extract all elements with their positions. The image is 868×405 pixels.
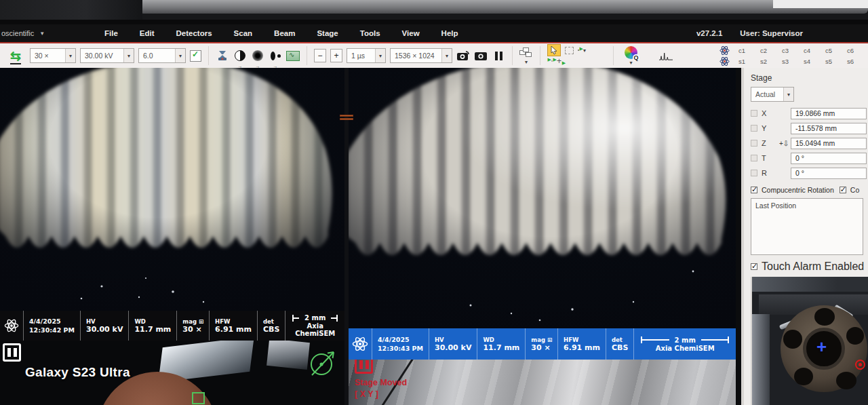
- dwell-decrease-button[interactable]: −: [314, 49, 326, 62]
- r-coordinate-field[interactable]: 0 °: [791, 168, 867, 179]
- chevron-down-icon[interactable]: [441, 49, 452, 62]
- switch-view-icon[interactable]: ⇆: [5, 50, 26, 62]
- last-position-list[interactable]: Last Position: [751, 198, 863, 255]
- chevron-down-icon[interactable]: [783, 88, 793, 101]
- co-checkbox[interactable]: [840, 187, 846, 193]
- channel-c4-tab[interactable]: c4: [797, 47, 816, 54]
- t-coordinate-field[interactable]: 0 °: [791, 153, 867, 164]
- touch-alarm-checkbox[interactable]: [751, 263, 757, 270]
- reduced-area-icon[interactable]: [565, 47, 574, 54]
- auto-contrast-brightness-icon[interactable]: [286, 49, 300, 62]
- mag-label: mag ⊞: [182, 318, 203, 326]
- x-coordinate-field[interactable]: 19.0866 mm: [791, 108, 867, 119]
- sem-thread-image-right: [349, 68, 736, 328]
- z-coordinate-field[interactable]: 15.0494 mm: [791, 138, 867, 149]
- channel-s5-tab[interactable]: s5: [819, 58, 838, 65]
- y-axis-checkbox[interactable]: [751, 125, 757, 132]
- color-wheel-icon[interactable]: [625, 46, 637, 59]
- wd-value: 11.7 mm: [134, 325, 171, 334]
- snapshot-icon[interactable]: [474, 49, 488, 62]
- point-scan-icon[interactable]: +▶: [557, 58, 561, 64]
- sem-image-quad2[interactable]: [349, 68, 736, 328]
- paused-view-quad4[interactable]: Stage Moved [ X Y ]: [349, 360, 736, 405]
- stage-axis-row-r: R 0 °: [751, 167, 868, 179]
- chevron-down-icon[interactable]: [375, 49, 385, 62]
- menu-file[interactable]: File: [95, 26, 127, 40]
- channel-s1-tab[interactable]: s1: [732, 58, 751, 65]
- chevron-down-icon[interactable]: ▾: [519, 59, 533, 65]
- spot-size-value: 6.0: [139, 52, 157, 60]
- chevron-down-icon[interactable]: [175, 49, 185, 62]
- z-down-arrow-icon[interactable]: +⇩: [779, 140, 789, 147]
- menu-view[interactable]: View: [393, 26, 429, 40]
- user-label: User: Supervisor: [740, 29, 803, 37]
- chemisem-color-control[interactable]: ▾: [625, 46, 637, 66]
- channel-c1-tab[interactable]: c1: [732, 47, 751, 54]
- channel-c3-tab[interactable]: c3: [776, 47, 795, 54]
- sem-image-quad1[interactable]: [0, 68, 344, 311]
- spectrum-icon[interactable]: [659, 49, 673, 62]
- channel-c5-tab[interactable]: c5: [819, 47, 838, 54]
- menu-edit[interactable]: Edit: [130, 26, 164, 40]
- z-axis-checkbox[interactable]: [751, 140, 757, 147]
- menu-stage[interactable]: Stage: [307, 26, 347, 40]
- r-axis-checkbox[interactable]: [751, 170, 757, 176]
- stigmator-icon[interactable]: [269, 49, 282, 62]
- menu-scan[interactable]: Scan: [224, 26, 262, 40]
- high-voltage-value: 30.00 kV: [81, 52, 117, 60]
- contrast-icon[interactable]: [233, 49, 247, 62]
- compucentric-rotation-checkbox[interactable]: [751, 187, 757, 193]
- snapshot-preview-icon[interactable]: [456, 49, 470, 62]
- sample-holder-disc: +: [781, 305, 867, 392]
- hfw-value: 6.91 mm: [564, 343, 600, 352]
- app-logo[interactable]: oscientific ▼: [0, 29, 95, 37]
- menu-detectors[interactable]: Detectors: [167, 26, 222, 40]
- dwell-increase-button[interactable]: +: [330, 49, 342, 62]
- channel-c6-tab[interactable]: c6: [841, 47, 860, 54]
- menu-tools[interactable]: Tools: [351, 26, 390, 40]
- det-value: CBS: [612, 343, 628, 352]
- wd-value: 11.7 mm: [483, 343, 519, 352]
- stage-mode-select[interactable]: Actual: [751, 87, 794, 102]
- channel-s2-tab[interactable]: s2: [754, 58, 773, 65]
- chamber-camera-quad3[interactable]: Galaxy S23 Ultra: [0, 341, 344, 405]
- channel-s3-tab[interactable]: s3: [776, 58, 795, 65]
- det-label: det: [263, 318, 279, 326]
- column-icon[interactable]: [216, 49, 229, 62]
- co-label: Co: [850, 186, 859, 194]
- pause-acquisition-button[interactable]: [492, 49, 505, 62]
- channel-s6-tab[interactable]: s6: [841, 58, 860, 65]
- chevron-down-icon[interactable]: [123, 49, 134, 62]
- channel-s4-tab[interactable]: s4: [797, 58, 816, 65]
- y-coordinate-field[interactable]: -11.5578 mm: [791, 123, 867, 134]
- menu-beam[interactable]: Beam: [264, 26, 304, 40]
- t-axis-checkbox[interactable]: [751, 155, 757, 161]
- resolution-select[interactable]: 1536 × 1024: [390, 48, 452, 63]
- hfw-label: HFW: [215, 318, 252, 326]
- databar-det: det CBS: [606, 328, 633, 360]
- magnification-select[interactable]: 30 ×: [30, 48, 76, 63]
- chevron-down-icon[interactable]: ▾: [583, 47, 586, 54]
- x-axis-checkbox[interactable]: [751, 110, 757, 117]
- databar-wd: WD 11.7 mm: [477, 328, 525, 360]
- databar-date: 4/4/2025: [29, 317, 75, 326]
- dwell-time-select[interactable]: 1 µs: [347, 48, 386, 63]
- stage-moved-pause-icon: [355, 360, 373, 374]
- databar-date: 4/4/2025: [378, 336, 423, 344]
- databar-time: 12:30:43 PM: [378, 345, 423, 353]
- display-layout-icon[interactable]: [519, 47, 533, 58]
- atom-icon: [719, 56, 730, 66]
- channel-c2-tab[interactable]: c2: [754, 47, 773, 54]
- databar-scalebar: 2 mm Axia ChemiSEM: [633, 328, 736, 360]
- quad-view-control[interactable]: ▾: [519, 47, 533, 65]
- databar-wd: WD 11.7 mm: [128, 311, 176, 341]
- spot-size-select[interactable]: 6.0: [138, 48, 186, 63]
- brightness-icon[interactable]: [251, 49, 264, 62]
- chevron-down-icon[interactable]: [65, 49, 75, 62]
- beam-blank-toggle-icon[interactable]: [190, 50, 201, 62]
- det-value: CBS: [263, 325, 279, 334]
- menu-help[interactable]: Help: [432, 26, 468, 40]
- high-voltage-select[interactable]: 30.00 kV: [80, 48, 134, 63]
- pointer-tool-button[interactable]: [547, 44, 561, 56]
- splitter-handle-icon[interactable]: [340, 114, 353, 121]
